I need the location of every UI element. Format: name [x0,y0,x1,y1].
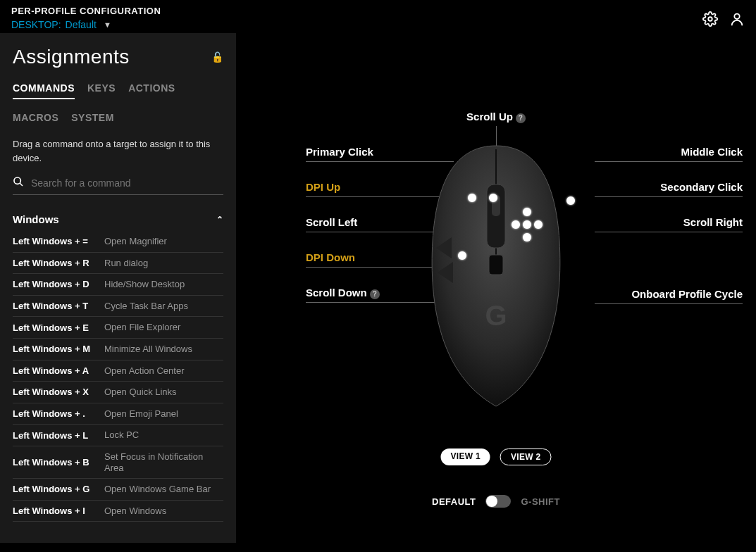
device-viewer: Scroll Up? Primary ClickDPI UpScroll Lef… [236,33,756,543]
mouse-image: G [422,142,570,410]
command-key: Left Windows + X [13,387,104,397]
command-row[interactable]: Left Windows + .Open Emoji Panel [13,403,223,425]
command-row[interactable]: Left Windows + RRun dialog [13,253,223,275]
command-desc: Lock PC [104,429,139,441]
command-desc: Open Action Center [104,365,184,377]
command-desc: Hide/Show Desktop [104,279,185,290]
command-key: Left Windows + R [13,258,104,268]
chevron-up-icon: ⌃ [216,215,223,225]
label-middle-click[interactable]: Middle Click [681,146,743,158]
command-desc: Open Windows Game Bar [104,484,211,495]
label-scroll-up[interactable]: Scroll Up? [466,111,526,123]
help-icon[interactable]: ? [516,113,526,123]
svg-rect-7 [489,255,503,275]
category-header[interactable]: Windows ⌃ [13,208,223,231]
label-dpi-down[interactable]: DPI Down [306,251,355,263]
label-secondary-click[interactable]: Secondary Click [660,181,743,193]
profile-value: Default [66,19,97,30]
command-key: Left Windows + E [13,322,104,333]
profile-selector[interactable]: DESKTOP: Default ▼ [11,19,161,30]
label-dpi-up[interactable]: DPI Up [306,181,340,193]
gear-icon[interactable] [702,11,718,30]
command-key: Left Windows + G [13,484,104,494]
label-scroll-down[interactable]: Scroll Down? [306,287,380,299]
command-desc: Set Focus in Notification Area [104,451,223,473]
command-desc: Run dialog [104,258,148,269]
command-row[interactable]: Left Windows + LLock PC [13,425,223,446]
assignments-panel: Assignments 🔓 COMMANDSKEYSACTIONSMACROSS… [0,33,236,543]
svg-text:G: G [485,300,507,331]
svg-point-2 [14,177,20,184]
command-key: Left Windows + . [13,408,104,419]
panel-title: Assignments [13,46,130,68]
help-icon[interactable]: ? [370,289,380,299]
profile-label: DESKTOP: [11,19,61,30]
command-desc: Open Quick Links [104,387,177,398]
command-key: Left Windows + D [13,279,104,289]
command-row[interactable]: Left Windows + EOpen File Explorer [13,317,223,339]
command-row[interactable]: Left Windows + AOpen Action Center [13,360,223,382]
command-key: Left Windows + = [13,236,104,246]
helper-text: Drag a command onto a target to assign i… [13,137,223,165]
lock-icon[interactable]: 🔓 [211,51,223,63]
search-icon [13,176,24,190]
command-desc: Open Emoji Panel [104,408,178,420]
command-key: Left Windows + T [13,301,104,311]
command-key: Left Windows + I [13,506,104,516]
label-scroll-right[interactable]: Scroll Right [683,216,743,228]
category-label: Windows [13,213,59,225]
view-2-button[interactable]: VIEW 2 [500,448,551,465]
command-row[interactable]: Left Windows + BSet Focus in Notificatio… [13,446,223,479]
command-desc: Minimize All Windows [104,344,192,355]
svg-line-3 [20,183,23,186]
gshift-toggle[interactable] [485,495,511,508]
command-row[interactable]: Left Windows + IOpen Windows [13,501,223,522]
chevron-down-icon: ▼ [104,20,111,29]
command-desc: Open File Explorer [104,322,180,333]
label-onboard-profile-cycle[interactable]: Onboard Profile Cycle [631,288,743,300]
command-key: Left Windows + M [13,344,104,354]
command-row[interactable]: Left Windows + DHide/Show Desktop [13,274,223,296]
command-desc: Cycle Task Bar Apps [104,301,188,312]
view-1-button[interactable]: VIEW 1 [441,448,490,465]
command-desc: Open Windows [104,506,166,517]
svg-point-1 [734,14,739,19]
command-row[interactable]: Left Windows + MMinimize All Windows [13,339,223,360]
label-primary-click[interactable]: Primary Click [306,146,373,158]
toggle-default-label: DEFAULT [432,496,476,507]
command-row[interactable]: Left Windows + XOpen Quick Links [13,382,223,403]
command-row[interactable]: Left Windows + =Open Magnifier [13,231,223,253]
command-row[interactable]: Left Windows + GOpen Windows Game Bar [13,479,223,501]
tab-actions[interactable]: ACTIONS [128,82,175,99]
command-key: Left Windows + L [13,430,104,441]
tab-macros[interactable]: MACROS [13,112,58,127]
command-desc: Open Magnifier [104,236,167,247]
search-input[interactable] [31,177,223,189]
user-icon[interactable] [729,11,745,30]
page-subtitle: PER-PROFILE CONFIGURATION [11,6,161,16]
toggle-gshift-label: G-SHIFT [521,496,560,507]
command-row[interactable]: Left Windows + TCycle Task Bar Apps [13,296,223,318]
label-scroll-left[interactable]: Scroll Left [306,216,357,228]
tab-keys[interactable]: KEYS [87,82,116,99]
tab-system[interactable]: SYSTEM [71,112,114,127]
command-key: Left Windows + B [13,457,104,468]
tab-commands[interactable]: COMMANDS [13,82,75,99]
svg-point-0 [708,17,712,21]
command-key: Left Windows + A [13,365,104,376]
